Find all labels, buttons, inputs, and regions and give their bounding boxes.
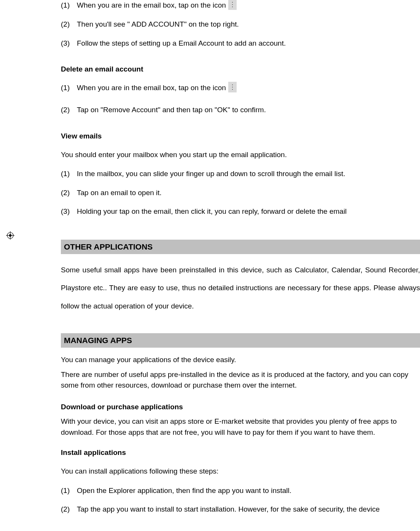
list-item: (2) Tap on "Remove Account" and then tap… — [61, 105, 420, 115]
list-text: Tap on an email to open it. — [77, 188, 162, 198]
list-item: (1) In the mailbox, you can slide your f… — [61, 169, 420, 179]
overflow-menu-icon — [228, 82, 237, 92]
list-number: (2) — [61, 105, 77, 115]
managing-para-2: There are number of useful apps pre-inst… — [61, 369, 420, 391]
list-number: (1) — [61, 0, 77, 11]
list-number: (2) — [61, 19, 77, 30]
other-apps-paragraph: Some useful small apps have been preinst… — [61, 261, 420, 315]
list-number: (1) — [61, 169, 77, 179]
heading-download-purchase: Download or purchase applications — [61, 402, 420, 413]
add-account-list: (1) When you are in the email box, tap o… — [61, 0, 420, 48]
list-item: (1) When you are in the email box, tap o… — [61, 83, 420, 93]
heading-managing-apps: MANAGING APPS — [61, 333, 420, 348]
view-emails-list: (1) In the mailbox, you can slide your f… — [61, 169, 420, 217]
list-number: (2) — [61, 188, 77, 198]
list-number: (3) — [61, 206, 77, 217]
heading-other-applications: OTHER APPLICATIONS — [61, 240, 420, 254]
document-page: (1) When you are in the email box, tap o… — [0, 0, 420, 515]
list-text: In the mailbox, you can slide your finge… — [77, 169, 345, 179]
list-text: When you are in the email box, tap on th… — [77, 0, 226, 11]
list-text: When you are in the email box, tap on th… — [77, 83, 226, 93]
list-item: (1) When you are in the email box, tap o… — [61, 0, 420, 11]
list-item: (2) Tap on an email to open it. — [61, 188, 420, 198]
download-paragraph: With your device, you can visit an apps … — [61, 416, 420, 438]
install-list: (1) Open the Explorer application, then … — [61, 485, 420, 515]
list-item: (1) Open the Explorer application, then … — [61, 485, 420, 496]
heading-delete-account: Delete an email account — [61, 65, 420, 73]
list-number: (2) — [61, 504, 77, 515]
list-text: Holding your tap on the email, then clic… — [77, 206, 347, 217]
svg-rect-4 — [232, 2, 233, 3]
list-item: (3) Follow the steps of setting up a Ema… — [61, 38, 420, 49]
list-item: (2) Tap the app you want to install to s… — [61, 504, 420, 515]
svg-rect-8 — [232, 87, 233, 87]
delete-account-list: (1) When you are in the email box, tap o… — [61, 83, 420, 115]
heading-view-emails: View emails — [61, 132, 420, 140]
svg-rect-7 — [232, 84, 233, 85]
svg-rect-6 — [232, 6, 233, 7]
list-number: (3) — [61, 38, 77, 49]
registration-mark — [6, 231, 14, 242]
list-item: (3) Holding your tap on the email, then … — [61, 206, 420, 217]
install-intro: You can install applications following t… — [61, 466, 420, 477]
list-number: (1) — [61, 485, 77, 496]
list-item: (2) Then you'll see " ADD ACCOUNT" on th… — [61, 19, 420, 30]
list-text: Tap on "Remove Account" and then tap on … — [77, 105, 266, 115]
svg-rect-9 — [232, 89, 233, 90]
list-text: Open the Explorer application, then find… — [77, 485, 291, 496]
list-number: (1) — [61, 83, 77, 93]
list-text: Then you'll see " ADD ACCOUNT" on the to… — [77, 19, 239, 30]
managing-para-1: You can manage your applications of the … — [61, 355, 420, 366]
svg-rect-5 — [232, 4, 233, 5]
overflow-menu-icon — [228, 0, 237, 10]
list-text: Tap the app you want to install to start… — [77, 504, 380, 515]
view-intro: You should enter your mailbox when you s… — [61, 149, 420, 161]
heading-install-apps: Install applications — [61, 448, 420, 457]
list-text: Follow the steps of setting up a Email A… — [77, 38, 286, 49]
